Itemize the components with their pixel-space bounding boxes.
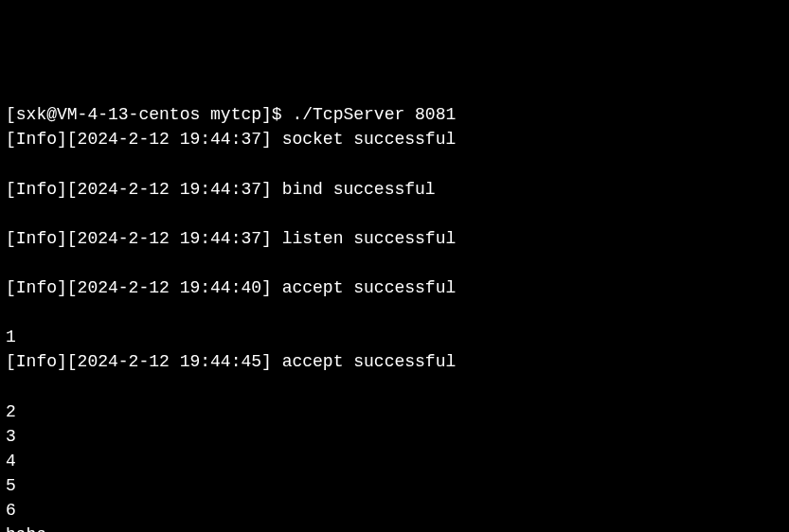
output-line [6, 251, 783, 275]
output-line [6, 202, 783, 226]
output-line [6, 374, 783, 399]
output-line: 4 [6, 449, 783, 473]
output-line: 5 [6, 473, 783, 498]
prompt-line: [sxk@VM-4-13-centos mytcp]$ ./TcpServer … [6, 102, 783, 127]
output-line: [Info][2024-2-12 19:44:37] socket succes… [6, 127, 783, 151]
output-line: [Info][2024-2-12 19:44:37] bind successf… [6, 177, 783, 202]
output-line: 2 [6, 399, 783, 424]
terminal-output[interactable]: [sxk@VM-4-13-centos mytcp]$ ./TcpServer … [6, 102, 783, 532]
output-line: 1 [6, 325, 783, 349]
output-line: [Info][2024-2-12 19:44:37] listen succes… [6, 226, 783, 251]
output-line [6, 152, 783, 177]
output-line: [Info][2024-2-12 19:44:45] accept succes… [6, 349, 783, 374]
output-line: 6 [6, 498, 783, 523]
output-line: 3 [6, 424, 783, 449]
output-line: haha [6, 523, 783, 532]
output-line: [Info][2024-2-12 19:44:40] accept succes… [6, 275, 783, 300]
output-line [6, 300, 783, 325]
